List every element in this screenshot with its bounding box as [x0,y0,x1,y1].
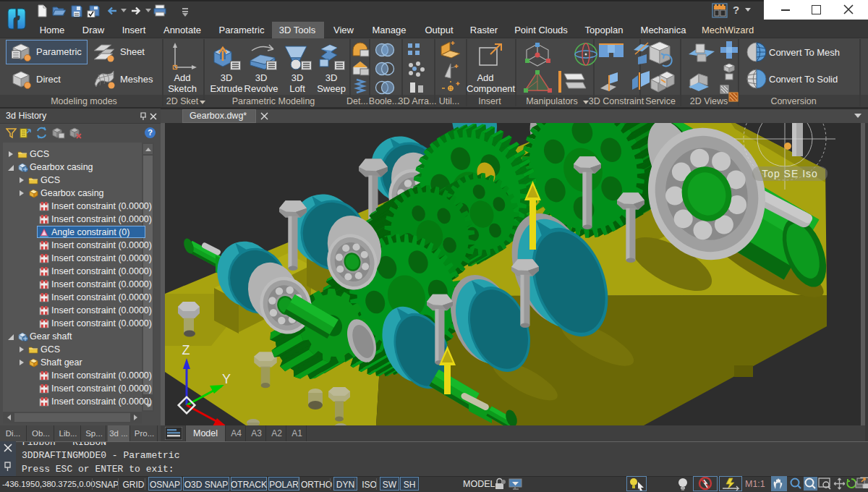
svg-text:Z: Z [182,343,190,357]
svg-text:Y: Y [222,372,231,386]
svg-text:Top SE Iso: Top SE Iso [762,168,818,179]
